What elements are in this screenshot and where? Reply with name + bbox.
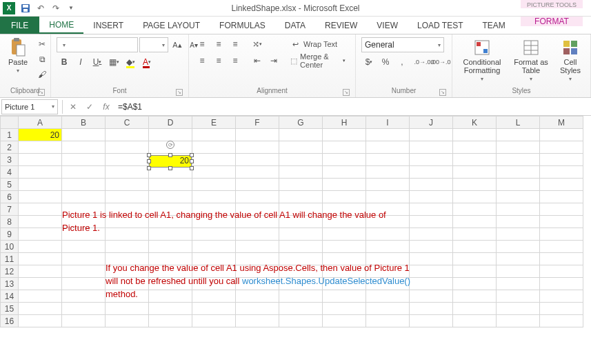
rotate-handle-icon[interactable]: ⟳ [166, 141, 174, 149]
cell-J7[interactable] [410, 203, 453, 216]
cell-A7[interactable] [19, 203, 62, 216]
row-header-1[interactable]: 1 [1, 129, 19, 141]
col-header-C[interactable]: C [106, 117, 149, 129]
enter-formula-icon[interactable]: ✓ [83, 102, 96, 112]
col-header-D[interactable]: D [149, 117, 192, 129]
cell-L16[interactable] [497, 315, 540, 327]
format-painter-icon[interactable]: 🖌 [34, 68, 50, 81]
merge-center-button[interactable]: ⬚Merge & Center▾ [286, 54, 350, 68]
cell-M16[interactable] [540, 315, 583, 327]
align-bottom-icon[interactable]: ≡ [228, 37, 243, 51]
cell-M15[interactable] [540, 303, 583, 315]
cell-E3[interactable] [192, 154, 236, 166]
cell-L1[interactable] [497, 129, 540, 141]
cell-G15[interactable] [279, 303, 323, 315]
cell-L7[interactable] [497, 203, 540, 216]
number-format-combo[interactable]: General▾ [361, 37, 444, 52]
qat-redo-icon[interactable]: ↷ [48, 1, 63, 16]
cell-E4[interactable] [192, 166, 236, 179]
cell-A2[interactable] [19, 141, 62, 154]
resize-handle[interactable] [190, 159, 194, 163]
cell-styles-button[interactable]: Cell Styles▾ [556, 37, 585, 83]
align-middle-icon[interactable]: ≡ [211, 37, 226, 51]
resize-handle[interactable] [147, 159, 151, 163]
cell-F1[interactable] [236, 129, 279, 141]
cell-F6[interactable] [236, 191, 279, 203]
qat-undo-icon[interactable]: ↶ [33, 1, 48, 16]
cell-B5[interactable] [62, 179, 106, 191]
cell-J3[interactable] [410, 154, 453, 166]
resize-handle[interactable] [190, 153, 194, 157]
cell-B11[interactable] [62, 253, 106, 265]
cell-K10[interactable] [453, 241, 497, 253]
cell-B16[interactable] [62, 315, 106, 327]
resize-handle[interactable] [168, 166, 172, 170]
cell-D15[interactable] [149, 303, 192, 315]
cell-M5[interactable] [540, 179, 583, 191]
format-as-table-button[interactable]: Format as Table▾ [510, 37, 552, 83]
row-header-3[interactable]: 3 [1, 154, 19, 166]
cell-M13[interactable] [540, 278, 583, 290]
tab-view[interactable]: VIEW [367, 17, 408, 34]
cell-G4[interactable] [279, 166, 323, 179]
cell-E1[interactable] [192, 129, 236, 141]
cell-J5[interactable] [410, 179, 453, 191]
cell-A5[interactable] [19, 179, 62, 191]
cell-G2[interactable] [279, 141, 323, 154]
cell-B14[interactable] [62, 290, 106, 303]
cell-K3[interactable] [453, 154, 497, 166]
tab-insert[interactable]: INSERT [83, 17, 133, 34]
cell-C4[interactable] [106, 166, 149, 179]
cell-M12[interactable] [540, 265, 583, 278]
decrease-indent-icon[interactable]: ⇤ [250, 54, 265, 68]
resize-handle[interactable] [190, 166, 194, 170]
font-color-icon[interactable]: A▾ [139, 55, 154, 69]
tab-data[interactable]: DATA [275, 17, 315, 34]
formula-input[interactable] [114, 99, 590, 114]
font-dialog-launcher-icon[interactable]: ↘ [176, 89, 183, 96]
cell-F4[interactable] [236, 166, 279, 179]
font-size-combo[interactable]: ▾ [139, 37, 168, 52]
cell-D10[interactable] [149, 241, 192, 253]
fx-icon[interactable]: fx [100, 102, 112, 112]
cell-M1[interactable] [540, 129, 583, 141]
cell-E15[interactable] [192, 303, 236, 315]
worksheet-grid[interactable]: ABCDEFGHIJKLM1202345678910111213141516 2… [0, 116, 591, 327]
cell-L14[interactable] [497, 290, 540, 303]
cell-G1[interactable] [279, 129, 323, 141]
cell-B6[interactable] [62, 191, 106, 203]
align-left-icon[interactable]: ≡ [194, 54, 210, 68]
cell-I3[interactable] [366, 154, 410, 166]
cell-C16[interactable] [106, 315, 149, 327]
cell-G16[interactable] [279, 315, 323, 327]
cell-K12[interactable] [453, 265, 497, 278]
accounting-format-icon[interactable]: $▾ [361, 55, 377, 69]
cell-L11[interactable] [497, 253, 540, 265]
col-header-L[interactable]: L [497, 117, 540, 129]
cell-H4[interactable] [323, 166, 366, 179]
cell-G6[interactable] [279, 191, 323, 203]
cell-I16[interactable] [366, 315, 410, 327]
cell-K13[interactable] [453, 278, 497, 290]
cell-J16[interactable] [410, 315, 453, 327]
row-header-5[interactable]: 5 [1, 179, 19, 191]
col-header-E[interactable]: E [192, 117, 236, 129]
select-all-corner[interactable] [1, 117, 19, 129]
align-right-icon[interactable]: ≡ [228, 54, 243, 68]
cell-F2[interactable] [236, 141, 279, 154]
cell-A4[interactable] [19, 166, 62, 179]
cell-E5[interactable] [192, 179, 236, 191]
cell-M2[interactable] [540, 141, 583, 154]
cell-L15[interactable] [497, 303, 540, 315]
clipboard-dialog-launcher-icon[interactable]: ↘ [38, 89, 45, 96]
cell-M7[interactable] [540, 203, 583, 216]
tab-review[interactable]: REVIEW [315, 17, 367, 34]
qat-save-icon[interactable] [18, 1, 33, 16]
cell-I2[interactable] [366, 141, 410, 154]
row-header-6[interactable]: 6 [1, 191, 19, 203]
cell-A8[interactable] [19, 216, 62, 228]
cell-A12[interactable] [19, 265, 62, 278]
resize-handle[interactable] [147, 153, 151, 157]
cell-H3[interactable] [323, 154, 366, 166]
cancel-formula-icon[interactable]: ✕ [67, 102, 79, 112]
